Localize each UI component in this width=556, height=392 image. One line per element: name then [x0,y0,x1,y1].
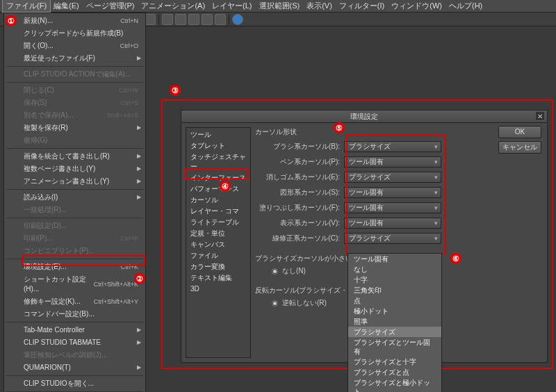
menu-item[interactable]: Tab-Mate Controller [4,324,145,336]
combo-box[interactable]: ツール固有 [344,156,441,168]
menu-item: 印刷(P)...Ctrl+P [4,232,145,245]
combo-box[interactable]: ツール固有 [344,187,441,198]
annotation-badge-4: ④ [220,181,231,192]
menu-separator [6,66,143,67]
shortcut-label: Ctrl+S [121,98,138,108]
popup-option[interactable]: 三角矢印 [348,285,441,295]
menu-item: 閉じる(C)Ctrl+W [4,84,145,97]
ok-button[interactable]: OK [498,126,541,138]
menu-item[interactable]: 複製を保存(R) [4,122,145,134]
category-item[interactable]: タッチジェスチャー [186,152,250,172]
menu-item[interactable]: 最近使ったファイル(F) [4,52,145,65]
category-item[interactable]: ツール [186,129,250,140]
menu-item: 一括処理(R)... [4,204,145,216]
popup-option[interactable]: 十字 [348,275,441,285]
radio-icon[interactable] [272,268,278,275]
combo-box[interactable]: ブラシサイズ [344,233,441,244]
menu-item[interactable]: CLIP STUDIO TABMATE [4,336,145,349]
menu-item[interactable]: 編集(E) [50,0,83,12]
popup-option[interactable]: ブラシサイズ [348,327,441,337]
menu-item[interactable]: 複数ページ書き出し(Y) [4,163,145,175]
radio-icon[interactable] [272,300,278,307]
toolbar-button[interactable] [188,14,199,25]
menu-separator [6,82,143,83]
category-item[interactable]: レイヤー・コマ [186,206,250,217]
category-item[interactable]: インターフェース [186,172,250,183]
toolbar-button[interactable] [175,14,186,25]
popup-option[interactable]: ブラシサイズとツール固有 [348,337,441,357]
popup-option[interactable]: ブラシサイズと点 [348,367,441,377]
popup-option[interactable]: ブラシサイズと極小ドット [348,377,441,392]
category-item[interactable]: 定規・単位 [186,228,250,239]
combo-box[interactable]: ツール固有 [344,218,441,229]
menu-separator [6,375,143,376]
category-item[interactable]: タブレット [186,140,250,152]
menu-item[interactable]: QUMARION(T) [4,361,145,374]
menu-item[interactable]: 選択範囲(S) [256,0,304,12]
menu-item-label: 環境設定(E)... [24,262,67,272]
category-item[interactable]: パフォーマンス [186,183,250,195]
menu-item[interactable]: 読み込み(I) [4,191,145,204]
cancel-button[interactable]: キャンセル [498,141,541,154]
form-label: 線修正系カーソル(C): [255,234,344,243]
toolbar-button[interactable] [215,14,226,25]
menu-item[interactable]: ショートカット設定(H)...Ctrl+Shift+Alt+K [4,273,145,295]
menu-item-label: コンビニプリント(P)... [24,246,95,256]
menu-item: 保存(S)Ctrl+S [4,97,145,109]
annotation-badge-3: ③ [170,85,181,96]
menu-item[interactable]: ファイル(F) [3,0,50,12]
menu-item[interactable]: 開く(O)...Ctrl+O [4,40,145,52]
shortcut-label: Ctrl+K [121,262,138,272]
combo-box[interactable]: ツール固有 [344,202,441,213]
menu-item[interactable]: 新規(N)...Ctrl+N [4,15,145,27]
close-icon[interactable]: ✕ [535,111,545,121]
toolbar-button[interactable] [202,14,213,25]
form-label: 塗りつぶし系カーソル(F): [255,203,344,213]
menu-item[interactable]: レイヤー(L) [208,0,255,12]
dialog-title-bar[interactable]: 環境設定 ✕ [181,111,547,123]
popup-option[interactable]: 点 [348,295,441,306]
menu-item-label: 画像を統合して書き出し(R) [24,152,110,161]
toolbar-button[interactable] [162,14,173,25]
category-item[interactable]: カラー変換 [186,261,250,272]
menu-item[interactable]: クリップボードから新規作成(B) [4,27,145,40]
combo-box[interactable]: ブラシサイズ [344,141,441,152]
help-icon[interactable] [232,14,243,25]
menu-item[interactable]: ウィンドウ(W) [388,0,445,12]
shortcut-label: Ctrl+O [120,41,138,51]
menu-item: CLIP STUDIO ACTIONで編集(A)... [4,68,145,81]
menu-item[interactable]: 環境設定(E)...Ctrl+K [4,261,145,273]
annotation-badge-2: ② [134,273,145,284]
menu-item[interactable]: コマンドバー設定(B)... [4,308,145,320]
category-item[interactable]: キャンバス [186,239,250,250]
menu-item[interactable]: アニメーション書き出し(Y) [4,175,145,188]
menu-item-label: コマンドバー設定(B)... [24,309,95,319]
annotation-badge-5: ⑤ [334,122,345,133]
menu-item[interactable]: 表示(V) [303,0,336,12]
category-item[interactable]: 3D [186,284,250,295]
category-item[interactable]: カーソル [186,195,250,206]
category-item[interactable]: ライトテーブル [186,217,250,228]
toolbar-separator [229,15,229,24]
menu-item[interactable]: ページ管理(P) [83,0,138,12]
category-item[interactable]: ファイル [186,250,250,261]
menu-item-label: クリップボードから新規作成(B) [24,28,123,38]
menu-item[interactable]: フィルター(I) [336,0,388,12]
combo-box[interactable]: ブラシサイズ [344,172,441,183]
menu-item[interactable]: 画像を統合して書き出し(R) [4,150,145,163]
menubar: ファイル(F)編集(E)ページ管理(P)アニメーション(A)レイヤー(L)選択範… [0,0,556,13]
menu-item[interactable]: アニメーション(A) [138,0,208,12]
file-menu-dropdown: 新規(N)...Ctrl+Nクリップボードから新規作成(B)開く(O)...Ct… [3,13,146,392]
menu-separator [6,259,143,259]
popup-option[interactable]: 極小ドット [348,306,441,316]
popup-option[interactable]: なし [348,264,441,275]
menu-item[interactable]: 修飾キー設定(K)...Ctrl+Shift+Alt+Y [4,295,145,308]
menu-item[interactable]: CLIP STUDIOを開く... [4,377,145,390]
form-row: 図形系カーソル(S):ツール固有 [255,187,541,198]
menu-item[interactable]: ヘルプ(H) [445,0,486,12]
popup-option[interactable]: ツール固有 [348,254,441,264]
toolbar-button[interactable] [145,14,156,25]
popup-option[interactable]: ブラシサイズと十字 [348,357,441,367]
category-item[interactable]: テキスト編集 [186,272,250,284]
popup-option[interactable]: 照準 [348,316,441,327]
